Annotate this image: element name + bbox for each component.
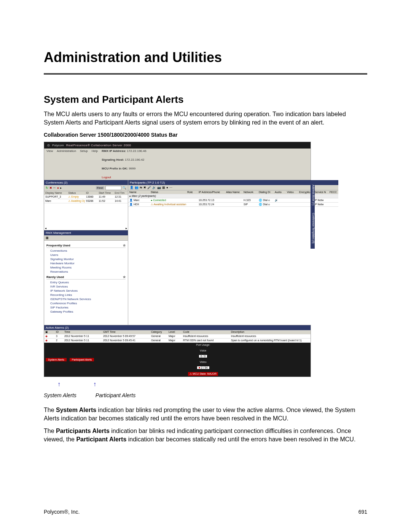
cell: 10.253.72.13 [198,198,225,202]
find-input[interactable] [105,186,121,190]
cell: SUPPORT_3 [44,195,67,199]
col-time[interactable]: Time [63,330,102,334]
connect-icon[interactable]: ⇆ [140,186,142,189]
camera-icon[interactable]: 📷 [157,186,161,189]
callout-arrows: ↑ ↑ [44,381,310,392]
refresh-icon[interactable]: ↻ [46,186,48,190]
cell: IP Netw [313,198,328,202]
nav-sip-factories[interactable]: SIP Factories [46,305,126,310]
nav-recording-links[interactable]: Recording Links [46,293,126,297]
active-alarms-header: Active Alarms (2) [44,325,311,330]
cell: 👤 HDX [128,203,150,206]
nav-connections[interactable]: Connections [46,249,126,253]
side-tab-conference-templates[interactable]: Conference Templates (6) [311,208,315,249]
participants-header: Participants (TP:2 1:0 T:2) [128,180,338,185]
nav-isdn-pstn[interactable]: ISDN/PSTN Network Services [46,297,126,301]
nav-users[interactable]: Users [46,253,126,257]
cell: 2012 November 5 09:49:57 [102,334,150,338]
col-dialing[interactable]: Dialing Di [258,190,274,194]
nav-gateway-profiles[interactable]: Gateway Profiles [46,310,126,314]
col-alias[interactable]: Alias Name [225,190,242,194]
logout-link[interactable]: Logout [102,176,308,179]
participant-row[interactable]: 👤 HDX ⚠ Awaiting Individual assistance 1… [128,203,338,207]
menu-help[interactable]: Help [92,149,98,179]
scroll-right-icon[interactable]: ▸ [126,227,127,230]
col-level[interactable]: Level [167,330,182,334]
record-icon[interactable]: ● [166,186,168,189]
cell: General [150,334,167,338]
scroll-left-icon[interactable]: ◂ [45,227,46,230]
nav-conference-profiles[interactable]: Conference Profiles [46,301,126,305]
col-status[interactable]: Status [67,191,85,195]
col-status[interactable]: Status [150,190,186,194]
tool-icon[interactable]: ✂ [53,186,56,190]
col-gmt[interactable]: GMT Time [102,330,150,334]
col-video[interactable]: Video [286,190,298,194]
side-tab-address-book[interactable]: Address Book (7) [311,180,315,210]
list-view-icon[interactable]: ▦ [46,236,49,240]
alarm-row[interactable]: ◉ 2 2012 November 5 11 2012 November 5 0… [44,339,311,343]
col-service[interactable]: Service N [313,190,328,194]
participant-group-row[interactable]: ▸ Marc (2 participants) [128,194,338,198]
col-code[interactable]: Code [182,330,230,334]
group-frequently-used: Frequently Used☆ [46,244,126,248]
col-end-time[interactable]: End Tim [113,191,128,195]
col-audio[interactable]: Audio [274,190,286,194]
figure-caption: Collaboration Server 1500/1800/2000/4000… [44,132,367,138]
status-bar: System Alerts Participant Alerts Port Us… [44,343,311,377]
col-start-time[interactable]: Start Time [97,191,113,195]
play-icon[interactable]: ▸ [60,186,62,190]
disconnect-icon[interactable]: ✖ [143,186,146,189]
participant-row[interactable]: 👤 Marc ● Connected 10.253.72.13 H.323 🌐 … [128,198,338,203]
col-network[interactable]: Network [242,190,258,194]
nav-signaling-monitor[interactable]: Signaling Monitor [46,257,126,261]
participant-alerts-indicator[interactable]: Participant Alerts [70,358,94,361]
conf-row[interactable]: SUPPORT_3 ⚠ Empty 13080 11:49 12:31 [44,195,128,199]
more-icon[interactable]: ⋯ [169,186,172,189]
conferences-table: Display Name Status ID Start Time End Ti… [44,191,128,230]
col-id[interactable]: ID [55,330,63,334]
col-display-name[interactable]: Display Name [44,191,67,195]
menu-administration[interactable]: Administration [57,149,76,179]
cell: Major [167,339,182,342]
nav-ip-network-services[interactable]: IP Network Services [46,289,126,293]
col-id[interactable]: ID [85,191,97,195]
nav-hardware-monitor[interactable]: Hardware Monitor [46,261,126,265]
search-icon[interactable]: 🔍 [123,186,126,190]
conf-row[interactable]: Marc ⚠ Awaiting Op 93286 11:52 14:41 [44,199,128,203]
delete-icon[interactable]: ✖ [49,186,52,190]
nav-meeting-rooms[interactable]: Meeting Rooms [46,265,126,270]
cell: 12:31 [113,195,128,199]
nav-reservations[interactable]: Reservations [46,270,126,274]
col-category[interactable]: Category [150,330,167,334]
cell: 2012 November 5 09:45:41 [102,339,150,342]
add-participant-icon[interactable]: 👤 [130,186,134,189]
cell: 3 [55,334,63,338]
conferences-header: Conferences (2) [44,180,128,185]
cell [286,198,298,202]
col-name[interactable]: Name [128,190,150,194]
alarm-row[interactable]: ◉ 3 2012 November 5 11 2012 November 5 0… [44,334,311,339]
cell: 👤 Marc [128,198,150,202]
group-icon[interactable]: 👥 [135,186,139,189]
cell [186,198,198,202]
speaker-icon[interactable]: 🔊 [152,186,156,189]
participants-toolbar: 👤 👥 ⇆ ✖ 🎤 🔊 📷 ▦ ● ⋯ [128,185,338,190]
rec-icon[interactable]: ● [57,186,59,190]
layout-icon[interactable]: ▦ [162,186,165,189]
cell [225,198,242,202]
nav-ivr-services[interactable]: IVR Services [46,284,126,289]
cell: ⚠ Awaiting Op [67,199,85,203]
system-alerts-indicator[interactable]: System Alerts [46,358,67,361]
mic-icon[interactable]: 🎤 [147,186,151,189]
menu-view[interactable]: View [46,149,53,179]
col-role[interactable]: Role [186,190,198,194]
col-ip[interactable]: IP Address/Phone [198,190,225,194]
col-description[interactable]: Description [230,330,311,334]
nav-entry-queues[interactable]: Entry Queues [46,280,126,284]
menu-setup[interactable]: Setup [80,149,88,179]
arrow-up-icon: ↑ [57,381,61,388]
divider [44,73,367,75]
col-fecc[interactable]: FECC [328,190,338,194]
cell: Major [167,334,182,338]
